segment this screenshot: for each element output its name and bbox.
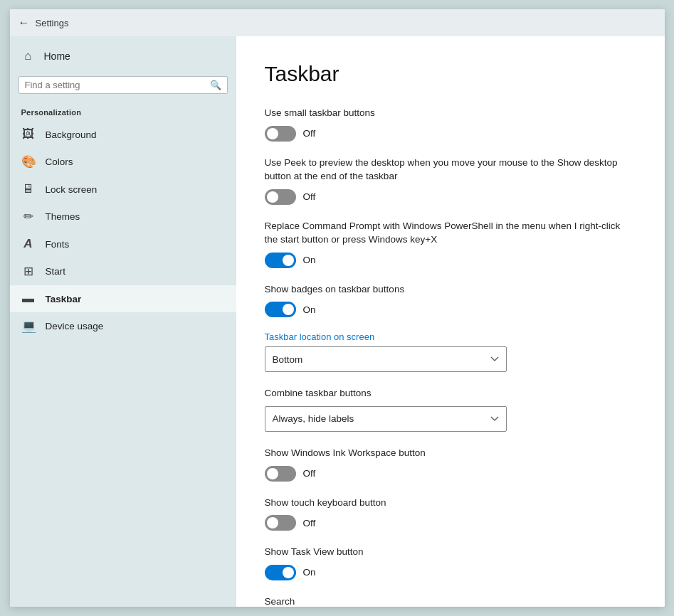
device-usage-icon: 💻 [21, 319, 36, 334]
toggle-thumb [267, 191, 278, 203]
toggle-thumb [267, 517, 278, 529]
back-button[interactable]: ← [19, 16, 30, 29]
toggle-track[interactable] [265, 302, 296, 317]
themes-icon: ✏ [21, 209, 36, 224]
toggle-track[interactable] [265, 253, 296, 268]
toggle-track[interactable] [265, 565, 296, 580]
sidebar-item-label: Fonts [46, 239, 70, 250]
sidebar-item-start[interactable]: ⊞ Start [10, 257, 236, 285]
setting-label-peek: Use Peek to preview the desktop when you… [265, 156, 631, 184]
sidebar-item-device-usage[interactable]: 💻 Device usage [10, 312, 236, 340]
taskbar-icon: ▬ [21, 292, 36, 306]
toggle-value-task-view: On [303, 567, 316, 578]
setting-ink-workspace: Show Windows Ink Workspace button Off [265, 446, 631, 482]
home-icon: ⌂ [21, 49, 36, 63]
page-title: Taskbar [265, 62, 631, 86]
sidebar-item-home[interactable]: ⌂ Home [10, 42, 236, 70]
toggle-track[interactable] [265, 189, 296, 205]
sidebar-item-label: Start [46, 266, 66, 277]
toggle-ink-workspace[interactable] [265, 466, 296, 482]
sidebar-item-label: Lock screen [46, 184, 98, 195]
settings-window: ← Settings ⌂ Home 🔍 Personalization 🖼 Ba… [10, 9, 665, 607]
search-icon: 🔍 [210, 80, 221, 90]
toggle-row-badges: On [265, 302, 631, 317]
toggle-thumb [267, 128, 278, 139]
combine-buttons-section: Combine taskbar buttons Always, hide lab… [265, 386, 631, 432]
setting-small-buttons: Use small taskbar buttons Off [265, 106, 631, 142]
setting-powershell: Replace Command Prompt with Windows Powe… [265, 219, 631, 268]
toggle-badges[interactable] [265, 302, 296, 317]
sidebar: ⌂ Home 🔍 Personalization 🖼 Background 🎨 … [10, 36, 236, 607]
setting-task-view: Show Task View button On [265, 545, 631, 580]
lock-screen-icon: 🖥 [21, 182, 36, 196]
toggle-value-powershell: On [303, 255, 316, 265]
toggle-thumb [267, 468, 278, 479]
sidebar-item-taskbar[interactable]: ▬ Taskbar [10, 285, 236, 312]
section-label: Personalization [10, 105, 236, 121]
toggle-row-powershell: On [265, 253, 631, 268]
toggle-thumb [283, 567, 294, 578]
toggle-powershell[interactable] [265, 253, 296, 268]
setting-label-ink-workspace: Show Windows Ink Workspace button [265, 446, 631, 460]
content-area: ⌂ Home 🔍 Personalization 🖼 Background 🎨 … [10, 36, 665, 607]
background-icon: 🖼 [21, 127, 36, 142]
sidebar-item-label: Taskbar [46, 294, 82, 304]
main-content: Taskbar Use small taskbar buttons Off Us… [236, 36, 665, 607]
setting-label-touch-keyboard: Show touch keyboard button [265, 496, 631, 510]
search-label: Search [265, 595, 631, 607]
setting-label-powershell: Replace Command Prompt with Windows Powe… [265, 219, 631, 247]
toggle-task-view[interactable] [265, 565, 296, 580]
titlebar: ← Settings [10, 9, 665, 36]
toggle-value-ink-workspace: Off [303, 468, 316, 479]
setting-label-task-view: Show Task View button [265, 545, 631, 559]
setting-peek: Use Peek to preview the desktop when you… [265, 156, 631, 205]
combine-buttons-label: Combine taskbar buttons [265, 386, 631, 400]
sidebar-item-fonts[interactable]: A Fonts [10, 230, 236, 257]
setting-label-badges: Show badges on taskbar buttons [265, 282, 631, 297]
setting-label-small-buttons: Use small taskbar buttons [265, 106, 631, 120]
toggle-row-peek: Off [265, 189, 631, 205]
sidebar-item-themes[interactable]: ✏ Themes [10, 203, 236, 230]
toggle-thumb [283, 304, 294, 315]
titlebar-title: Settings [36, 18, 69, 28]
toggle-row-task-view: On [265, 565, 631, 580]
sidebar-search-box[interactable]: 🔍 [19, 76, 228, 94]
sidebar-item-colors[interactable]: 🎨 Colors [10, 148, 236, 176]
sidebar-home-label: Home [44, 51, 70, 62]
toggle-thumb [283, 255, 294, 266]
toggle-value-touch-keyboard: Off [303, 518, 316, 529]
search-input[interactable] [25, 80, 206, 90]
toggle-value-small-buttons: Off [303, 128, 316, 139]
sidebar-item-label: Colors [46, 156, 73, 167]
sidebar-item-label: Device usage [46, 321, 104, 331]
sidebar-item-label: Themes [46, 211, 80, 222]
taskbar-location-dropdown[interactable]: Bottom Top Left Right [265, 346, 507, 372]
toggle-value-badges: On [303, 304, 316, 315]
sidebar-item-lock-screen[interactable]: 🖥 Lock screen [10, 176, 236, 203]
toggle-track[interactable] [265, 515, 296, 531]
taskbar-location-label: Taskbar location on screen [265, 331, 631, 342]
toggle-peek[interactable] [265, 189, 296, 205]
fonts-icon: A [21, 237, 36, 251]
toggle-small-buttons[interactable] [265, 126, 296, 142]
start-icon: ⊞ [21, 264, 36, 279]
toggle-touch-keyboard[interactable] [265, 515, 296, 531]
toggle-track[interactable] [265, 126, 296, 142]
toggle-row-touch-keyboard: Off [265, 515, 631, 531]
sidebar-item-background[interactable]: 🖼 Background [10, 121, 236, 148]
toggle-track[interactable] [265, 466, 296, 482]
search-section: Search Hidden Show search icon Show sear… [265, 595, 631, 607]
setting-badges: Show badges on taskbar buttons On [265, 282, 631, 318]
setting-touch-keyboard: Show touch keyboard button Off [265, 496, 631, 531]
combine-buttons-dropdown[interactable]: Always, hide labels When taskbar is full… [265, 406, 507, 432]
sidebar-item-label: Background [46, 129, 97, 140]
toggle-value-peek: Off [303, 191, 316, 202]
taskbar-location-section: Taskbar location on screen Bottom Top Le… [265, 331, 631, 372]
colors-icon: 🎨 [21, 154, 36, 169]
toggle-row-small-buttons: Off [265, 126, 631, 142]
toggle-row-ink-workspace: Off [265, 466, 631, 482]
